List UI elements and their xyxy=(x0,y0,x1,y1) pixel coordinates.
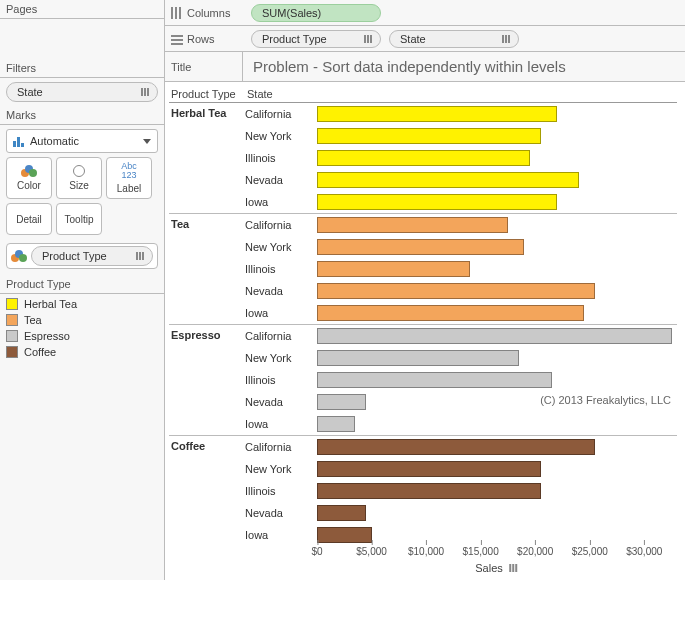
columns-icon xyxy=(171,7,183,19)
bar-mark[interactable] xyxy=(317,172,579,188)
mark-type-dropdown[interactable]: Automatic xyxy=(6,129,158,153)
state-label[interactable]: California xyxy=(245,441,317,453)
size-icon xyxy=(73,165,85,177)
bar-mark[interactable] xyxy=(317,106,557,122)
legend-item[interactable]: Espresso xyxy=(6,328,158,344)
bar-cell xyxy=(317,505,677,521)
state-label[interactable]: Nevada xyxy=(245,174,317,186)
state-label[interactable]: Iowa xyxy=(245,196,317,208)
marks-detail-button[interactable]: Detail xyxy=(6,203,52,235)
bar-mark[interactable] xyxy=(317,239,524,255)
legend-label: Coffee xyxy=(24,346,56,358)
rows-pill-state[interactable]: State xyxy=(389,30,519,48)
state-label[interactable]: California xyxy=(245,219,317,231)
bar-mark[interactable] xyxy=(317,261,470,277)
product-type-label[interactable]: Tea xyxy=(169,214,245,324)
columns-label: Columns xyxy=(187,7,230,19)
state-row: Nevada xyxy=(245,280,677,302)
state-label[interactable]: New York xyxy=(245,241,317,253)
bar-mark[interactable] xyxy=(317,150,530,166)
marks-color-button[interactable]: Color xyxy=(6,157,52,199)
state-label[interactable]: New York xyxy=(245,352,317,364)
bar-cell xyxy=(317,439,677,455)
bar-mark[interactable] xyxy=(317,394,366,410)
state-label[interactable]: Illinois xyxy=(245,263,317,275)
bar-cell xyxy=(317,194,677,210)
filter-pill-label: State xyxy=(17,86,43,98)
columns-shelf[interactable]: Columns SUM(Sales) xyxy=(165,0,685,26)
state-label[interactable]: Nevada xyxy=(245,285,317,297)
state-label[interactable]: Nevada xyxy=(245,507,317,519)
header-state[interactable]: State xyxy=(245,86,317,102)
label-icon: Abc123 xyxy=(121,162,137,180)
filters-shelf[interactable]: State xyxy=(0,78,164,106)
bar-mark[interactable] xyxy=(317,372,552,388)
state-label[interactable]: Iowa xyxy=(245,307,317,319)
state-label[interactable]: Illinois xyxy=(245,374,317,386)
sort-icon xyxy=(139,86,151,98)
axis-tick: $5,000 xyxy=(356,546,387,557)
product-type-label[interactable]: Espresso xyxy=(169,325,245,435)
title-bar[interactable]: Title Problem - Sort data independently … xyxy=(165,52,685,82)
product-type-group: CoffeeCaliforniaNew YorkIllinoisNevadaIo… xyxy=(169,436,677,546)
state-label[interactable]: New York xyxy=(245,463,317,475)
state-label[interactable]: California xyxy=(245,108,317,120)
columns-pill-sum-sales[interactable]: SUM(Sales) xyxy=(251,4,381,22)
bar-mark[interactable] xyxy=(317,416,355,432)
bar-mark[interactable] xyxy=(317,527,372,543)
header-product-type[interactable]: Product Type xyxy=(169,86,245,102)
rows-label: Rows xyxy=(187,33,215,45)
state-row: New York xyxy=(245,347,677,369)
bar-mark[interactable] xyxy=(317,505,366,521)
state-label[interactable]: Nevada xyxy=(245,396,317,408)
product-type-group: Herbal TeaCaliforniaNew YorkIllinoisNeva… xyxy=(169,103,677,214)
legend-item[interactable]: Herbal Tea xyxy=(6,296,158,312)
marks-label-button[interactable]: Abc123 Label xyxy=(106,157,152,199)
bar-mark[interactable] xyxy=(317,439,595,455)
product-type-label[interactable]: Herbal Tea xyxy=(169,103,245,213)
bar-mark[interactable] xyxy=(317,483,541,499)
legend-item[interactable]: Tea xyxy=(6,312,158,328)
product-type-label[interactable]: Coffee xyxy=(169,436,245,546)
state-label[interactable]: Illinois xyxy=(245,152,317,164)
state-label[interactable]: Iowa xyxy=(245,418,317,430)
bar-mark[interactable] xyxy=(317,217,508,233)
axis-title-text: Sales xyxy=(475,562,503,574)
rows-pill-product-type[interactable]: Product Type xyxy=(251,30,381,48)
bar-mark[interactable] xyxy=(317,128,541,144)
state-label[interactable]: New York xyxy=(245,130,317,142)
marks-tooltip-button[interactable]: Tooltip xyxy=(56,203,102,235)
bar-mark[interactable] xyxy=(317,328,672,344)
bar-cell xyxy=(317,305,677,321)
state-row: Nevada xyxy=(245,169,677,191)
legend-label: Herbal Tea xyxy=(24,298,77,310)
state-label[interactable]: Iowa xyxy=(245,529,317,541)
filter-pill-state[interactable]: State xyxy=(6,82,158,102)
bar-cell: (C) 2013 Freakalytics, LLC xyxy=(317,394,677,410)
title-value: Problem - Sort data independently within… xyxy=(243,58,566,75)
bar-mark[interactable] xyxy=(317,194,557,210)
color-pill-product-type[interactable]: Product Type xyxy=(31,246,153,266)
marks-size-label: Size xyxy=(69,180,88,191)
legend-label: Espresso xyxy=(24,330,70,342)
visualization: Product Type State Herbal TeaCaliforniaN… xyxy=(165,82,685,580)
bar-mark[interactable] xyxy=(317,461,541,477)
bar-mark[interactable] xyxy=(317,305,584,321)
state-label[interactable]: Illinois xyxy=(245,485,317,497)
state-row: Illinois xyxy=(245,258,677,280)
bar-cell xyxy=(317,106,677,122)
pages-shelf[interactable] xyxy=(0,19,164,59)
bar-mark[interactable] xyxy=(317,350,519,366)
marks-color-shelf[interactable]: Product Type xyxy=(6,243,158,269)
state-row: New York xyxy=(245,236,677,258)
state-label[interactable]: California xyxy=(245,330,317,342)
rows-shelf[interactable]: Rows Product Type State xyxy=(165,26,685,52)
chevron-down-icon xyxy=(143,139,151,144)
columns-pill-label: SUM(Sales) xyxy=(262,7,321,19)
mark-type-label: Automatic xyxy=(30,135,79,147)
bar-cell xyxy=(317,372,677,388)
marks-size-button[interactable]: Size xyxy=(56,157,102,199)
bar-mark[interactable] xyxy=(317,283,595,299)
bar-cell xyxy=(317,416,677,432)
legend-item[interactable]: Coffee xyxy=(6,344,158,360)
